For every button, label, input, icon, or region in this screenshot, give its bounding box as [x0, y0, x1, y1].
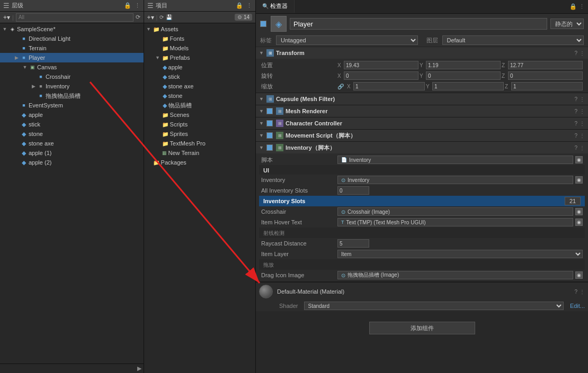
inv-settings-icon[interactable]: ⋮ [580, 145, 585, 151]
pos-x-input[interactable] [344, 61, 418, 69]
folder-textmeshpro[interactable]: 📁 TextMesh Pro [144, 139, 255, 148]
rot-y-input[interactable] [426, 71, 501, 80]
inv-header[interactable]: ▼ ⊞ Inventory（脚本） ? ⋮ [256, 142, 588, 153]
tree-item-apple1[interactable]: ◆ apple (1) [0, 148, 144, 158]
hierarchy-refresh-icon[interactable]: ⟳ [136, 14, 140, 21]
tree-item-drag-slot[interactable]: ■ 拖拽物品插槽 [0, 91, 144, 101]
pos-y-input[interactable] [426, 61, 501, 69]
cc-header[interactable]: ▼ ⊞ Character Controller ? ⋮ [256, 117, 588, 129]
expand-hierarchy-btn[interactable]: ▶ [137, 365, 141, 372]
material-help-icon[interactable]: ? [574, 289, 577, 295]
folder-fonts[interactable]: 📁 Fonts [144, 34, 255, 43]
player-active-checkbox[interactable] [260, 21, 266, 27]
folder-scenes[interactable]: 📁 Scenes [144, 110, 255, 120]
tree-item-crosshair[interactable]: ■ Crosshair [0, 72, 144, 81]
mf-settings-icon[interactable]: ⋮ [580, 96, 585, 102]
mr-enabled-checkbox[interactable] [266, 108, 273, 114]
project-more-icon[interactable]: ⋮ [246, 2, 252, 9]
scale-x-input[interactable] [353, 82, 425, 90]
transform-settings-icon[interactable]: ⋮ [580, 50, 585, 56]
scale-y-input[interactable] [432, 82, 504, 90]
tree-item-eventsystem[interactable]: ■ EventSystem [0, 101, 144, 110]
tree-item-player[interactable]: ▶ ■ Player [0, 53, 144, 62]
add-component-button[interactable]: 添加组件 [369, 322, 475, 334]
tree-item-terrain[interactable]: ■ Terrain [0, 43, 144, 53]
transform-help-icon[interactable]: ? [574, 50, 577, 56]
hierarchy-search[interactable] [16, 13, 133, 22]
transform-header[interactable]: ▼ ⊞ Transform ? ⋮ [256, 47, 588, 59]
inspector-lock-icon[interactable]: 🔒 [569, 3, 577, 10]
project-refresh-icon[interactable]: ⟳ [159, 14, 164, 20]
inv-slots-value-field[interactable]: 21 [565, 197, 581, 205]
folder-packages[interactable]: 📁 Packages [144, 158, 255, 167]
inventory-label: Inventory [46, 83, 69, 89]
mesh-renderer-header[interactable]: ▼ ⊞ Mesh Renderer ? ⋮ [256, 105, 588, 117]
inv-ref-btn[interactable]: ◉ [575, 176, 583, 184]
tree-item-stick[interactable]: ◆ stick [0, 120, 144, 129]
tree-item-scene[interactable]: ▼ ◈ SampleScene* [0, 24, 144, 34]
tree-item-stone[interactable]: ◆ stone [0, 129, 144, 139]
project-save-icon[interactable]: 💾 [166, 14, 172, 20]
crosshair-ref-btn[interactable]: ◉ [575, 208, 583, 215]
folder-prefabs[interactable]: ▼ 📁 Prefabs [144, 53, 255, 62]
tab-inspector[interactable]: 🔍 检查器 [256, 0, 295, 13]
tree-item-inventory[interactable]: ▶ ■ Inventory [0, 81, 144, 91]
rot-z-input[interactable] [508, 71, 583, 80]
folder-models[interactable]: 📁 Models [144, 43, 255, 53]
scale-link-icon[interactable]: 🔗 [337, 84, 344, 89]
inv-help-icon[interactable]: ? [574, 145, 577, 151]
static-dropdown[interactable]: 静态的 [550, 19, 584, 29]
item-hover-btn[interactable]: ◉ [575, 219, 583, 226]
player-name-input[interactable] [290, 18, 547, 30]
tree-item-apple[interactable]: ◆ apple [0, 110, 144, 120]
drag-icon-ref-btn[interactable]: ◉ [575, 271, 583, 279]
tag-select[interactable]: Untagged [276, 35, 418, 45]
prefab-wupin[interactable]: ◆ 物品插槽 [144, 101, 255, 110]
shader-select[interactable]: Standard [304, 302, 563, 310]
folder-scripts[interactable]: 📁 Scripts [144, 120, 255, 129]
material-settings-icon[interactable]: ⋮ [580, 289, 585, 295]
ms-enabled-checkbox[interactable] [266, 132, 273, 139]
file-new-terrain[interactable]: ▦ New Terrain [144, 148, 255, 158]
add-menu-btn[interactable]: +▾ [3, 14, 10, 21]
script-ref-btn[interactable]: ◉ [575, 156, 583, 163]
prefab-stone[interactable]: ◆ stone [144, 91, 255, 101]
all-slots-input[interactable] [337, 186, 369, 195]
prefab-stone-axe[interactable]: ◆ stone axe [144, 81, 255, 91]
rot-x-input[interactable] [344, 71, 418, 80]
edit-shader-btn[interactable]: Edit... [570, 303, 585, 309]
folder-sprites[interactable]: 📁 Sprites [144, 129, 255, 139]
ms-settings-icon[interactable]: ⋮ [580, 133, 585, 139]
tree-item-stone-axe[interactable]: ◆ stone axe [0, 139, 144, 148]
tree-item-apple2[interactable]: ◆ apple (2) [0, 158, 144, 167]
mr-settings-icon[interactable]: ⋮ [580, 108, 585, 114]
prefab-stick[interactable]: ◆ stick [144, 72, 255, 81]
ms-help-icon[interactable]: ? [574, 133, 577, 139]
material-sphere-icon [259, 285, 273, 298]
tree-item-canvas[interactable]: ▼ ▣ Canvas [0, 62, 144, 72]
folder-assets[interactable]: ▼ 📁 Assets [144, 24, 255, 34]
raycast-distance-input[interactable] [337, 239, 369, 248]
pos-z-input[interactable] [508, 61, 583, 69]
scale-z-input[interactable] [511, 82, 583, 90]
mesh-filter-header[interactable]: ▼ ⊞ Capsule (Mesh Filter) ? ⋮ [256, 93, 588, 105]
project-menu-icon[interactable]: ☰ [147, 2, 154, 10]
inv-enabled-checkbox[interactable] [266, 144, 273, 151]
mf-help-icon[interactable]: ? [574, 96, 577, 102]
item-layer-select[interactable]: Item [337, 250, 583, 258]
player-object-icon[interactable]: ◈ [271, 16, 287, 32]
menu-icon[interactable]: ☰ [3, 2, 10, 10]
prefab-apple[interactable]: ◆ apple [144, 62, 255, 72]
tree-item-directional-light[interactable]: ■ Directional Light [0, 34, 144, 43]
mr-help-icon[interactable]: ? [574, 108, 577, 114]
layer-select[interactable]: Default [442, 35, 584, 45]
inspector-more-icon[interactable]: ⋮ [579, 3, 585, 10]
more-icon[interactable]: ⋮ [135, 2, 140, 9]
cc-settings-icon[interactable]: ⋮ [580, 121, 585, 126]
lock-icon[interactable]: 🔒 [124, 2, 131, 9]
project-add-btn[interactable]: +▾ [147, 14, 154, 21]
ms-header[interactable]: ▼ ⊞ Movement Script（脚本） ? ⋮ [256, 130, 588, 141]
cc-help-icon[interactable]: ? [574, 121, 577, 126]
project-lock-icon[interactable]: 🔒 [236, 2, 243, 9]
cc-enabled-checkbox[interactable] [266, 120, 273, 126]
